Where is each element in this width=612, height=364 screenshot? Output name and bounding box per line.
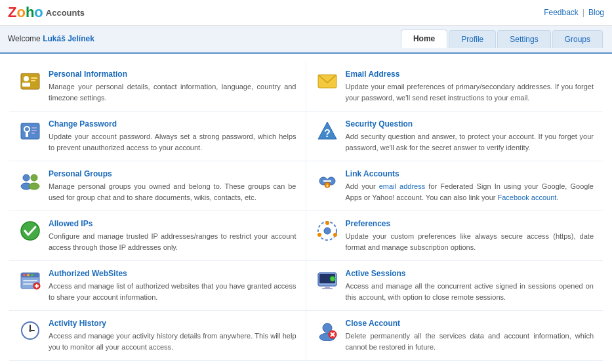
header: Zoho Accounts Feedback | Blog xyxy=(0,0,612,26)
svg-text:+: + xyxy=(325,183,329,189)
personal-groups-icon xyxy=(18,169,42,193)
email-address-title[interactable]: Email Address xyxy=(346,70,594,79)
svg-text:?: ? xyxy=(324,128,331,139)
personal-info-icon xyxy=(18,70,42,93)
feedback-link[interactable]: Feedback xyxy=(544,8,579,17)
svg-point-15 xyxy=(31,174,37,181)
svg-rect-1 xyxy=(24,76,29,81)
svg-point-24 xyxy=(324,228,331,234)
activity-history-icon xyxy=(18,319,42,342)
svg-point-23 xyxy=(21,222,39,240)
card-allowed-ips: Allowed IPs Configure and manage trusted… xyxy=(9,211,306,261)
personal-groups-title[interactable]: Personal Groups xyxy=(49,169,296,178)
logo-area: Zoho Accounts xyxy=(8,4,85,21)
header-links: Feedback | Blog xyxy=(544,8,604,17)
activity-history-desc: Access and manage your activity history … xyxy=(49,331,296,352)
link-accounts-email-link[interactable]: email address xyxy=(379,182,426,190)
preferences-title[interactable]: Preferences xyxy=(346,219,594,228)
main-content: Personal Information Manage your persona… xyxy=(0,52,612,364)
svg-rect-11 xyxy=(31,132,35,134)
security-question-desc: Add security question and answer, to pro… xyxy=(346,131,594,153)
security-question-body: Security Question Add security question … xyxy=(346,119,594,153)
email-address-body: Email Address Update your email preferen… xyxy=(346,70,594,103)
card-close-account: Close Account Delete permanently all the… xyxy=(306,311,603,361)
tabs: Home Profile Settings Groups xyxy=(401,30,604,48)
personal-info-body: Personal Information Manage your persona… xyxy=(49,70,296,103)
svg-point-32 xyxy=(27,274,30,277)
svg-rect-6 xyxy=(21,123,39,139)
security-question-icon: ? xyxy=(316,119,339,143)
change-password-body: Change Password Update your account pass… xyxy=(49,119,296,153)
link-accounts-icon: + xyxy=(316,169,339,193)
security-question-title[interactable]: Security Question xyxy=(346,119,594,129)
card-email-address: Email Address Update your email preferen… xyxy=(306,62,603,111)
tab-groups[interactable]: Groups xyxy=(552,30,603,48)
card-activity-history: Activity History Access and manage your … xyxy=(9,311,306,361)
personal-groups-body: Personal Groups Manage personal groups y… xyxy=(49,169,296,203)
authorized-websites-title[interactable]: Authorized WebSites xyxy=(49,269,296,278)
welcome-prefix: Welcome xyxy=(8,34,41,43)
svg-rect-2 xyxy=(22,83,30,87)
preferences-icon xyxy=(316,219,339,243)
welcome-bar: Welcome Lukáš Jelínek Home Profile Setti… xyxy=(0,26,612,52)
logo-h: h xyxy=(26,4,34,20)
card-change-password: Change Password Update your account pass… xyxy=(9,111,306,161)
blog-link[interactable]: Blog xyxy=(588,8,604,17)
svg-point-14 xyxy=(23,174,30,181)
svg-rect-10 xyxy=(31,130,37,131)
link-accounts-desc: Add your email address for Federated Sig… xyxy=(346,181,594,203)
active-sessions-title[interactable]: Active Sessions xyxy=(346,269,594,278)
svg-rect-35 xyxy=(23,283,33,285)
authorized-websites-body: Authorized WebSites Access and manage li… xyxy=(49,269,296,302)
active-sessions-desc: Access and manage all the concurrent act… xyxy=(346,281,594,302)
card-active-sessions: Active Sessions Access and manage all th… xyxy=(306,261,603,311)
svg-point-48 xyxy=(29,329,31,332)
personal-info-title[interactable]: Personal Information xyxy=(49,70,296,79)
card-personal-groups: Personal Groups Manage personal groups y… xyxy=(9,161,306,211)
svg-point-26 xyxy=(325,221,329,225)
allowed-ips-body: Allowed IPs Configure and manage trusted… xyxy=(49,219,296,253)
tab-home[interactable]: Home xyxy=(401,30,447,48)
svg-point-27 xyxy=(333,233,337,237)
logo-o1: o xyxy=(16,4,25,20)
activity-history-title[interactable]: Activity History xyxy=(49,319,296,328)
card-security-question: ? Security Question Add security questio… xyxy=(306,111,603,161)
email-address-icon xyxy=(316,70,339,93)
svg-point-31 xyxy=(23,274,26,277)
close-account-body: Close Account Delete permanently all the… xyxy=(346,319,594,352)
activity-history-body: Activity History Access and manage your … xyxy=(49,319,296,352)
link-accounts-title[interactable]: Link Accounts xyxy=(346,169,594,178)
change-password-title[interactable]: Change Password xyxy=(49,119,296,129)
card-link-accounts: + Link Accounts Add your email address f… xyxy=(306,161,603,211)
logo-accounts: Accounts xyxy=(46,8,85,18)
personal-info-desc: Manage your personal details, contact in… xyxy=(49,81,296,103)
svg-point-28 xyxy=(317,233,321,237)
tab-profile[interactable]: Profile xyxy=(449,30,496,48)
tab-settings[interactable]: Settings xyxy=(497,30,550,48)
active-sessions-icon xyxy=(316,269,339,293)
change-password-icon xyxy=(18,119,42,143)
preferences-body: Preferences Update your custom preferenc… xyxy=(346,219,594,253)
svg-rect-42 xyxy=(325,286,330,288)
welcome-username: Lukáš Jelínek xyxy=(43,34,94,43)
card-authorized-websites: Authorized WebSites Access and manage li… xyxy=(9,261,306,311)
svg-point-44 xyxy=(330,276,335,281)
svg-point-17 xyxy=(29,183,39,190)
active-sessions-body: Active Sessions Access and manage all th… xyxy=(346,269,594,302)
change-password-desc: Update your account password. Always set… xyxy=(49,131,296,153)
link-accounts-facebook-link[interactable]: Facebook account xyxy=(497,193,556,201)
allowed-ips-icon xyxy=(18,219,42,243)
svg-rect-3 xyxy=(31,77,37,79)
close-account-desc: Delete permanently all the services data… xyxy=(346,331,594,352)
welcome-text: Welcome Lukáš Jelínek xyxy=(8,34,94,43)
card-personal-info: Personal Information Manage your persona… xyxy=(9,62,306,111)
personal-groups-desc: Manage personal groups you owned and bel… xyxy=(49,181,296,203)
close-account-icon xyxy=(316,319,339,342)
allowed-ips-title[interactable]: Allowed IPs xyxy=(49,219,296,228)
close-account-title[interactable]: Close Account xyxy=(346,319,594,328)
svg-rect-9 xyxy=(31,127,37,129)
authorized-websites-desc: Access and manage list of authorized web… xyxy=(49,281,296,302)
svg-rect-8 xyxy=(26,132,28,137)
link-accounts-body: Link Accounts Add your email address for… xyxy=(346,169,594,203)
preferences-desc: Update your custom preferences like alwa… xyxy=(346,231,594,253)
